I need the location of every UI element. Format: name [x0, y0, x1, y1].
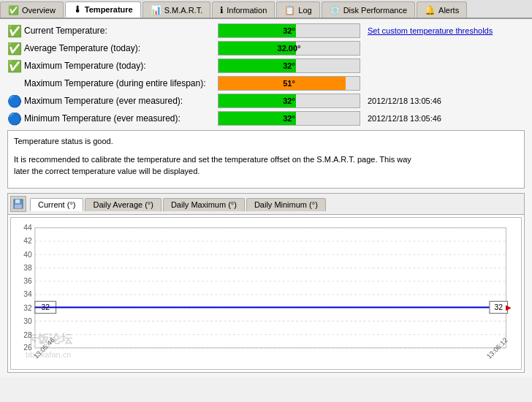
svg-text:13:05:46: 13:05:46 — [32, 336, 56, 360]
chart-tab-daily-maximum[interactable]: Daily Maximum (°) — [163, 198, 245, 211]
status-icon-current: ✅ — [7, 24, 20, 37]
chart-tab-daily-minimum[interactable]: Daily Minimum (°) — [246, 198, 326, 211]
value-max-lifespan: 51° — [283, 79, 295, 88]
svg-text:26: 26 — [23, 344, 32, 352]
bar-max-lifespan: 51° — [218, 76, 360, 91]
svg-text:42: 42 — [23, 237, 32, 245]
tab-log[interactable]: 📋 Log — [276, 1, 319, 18]
alerts-icon: 🔔 — [425, 5, 436, 15]
value-max-today: 32° — [283, 61, 295, 70]
temp-row-current: ✅ Current Temperature: 32° Set custom te… — [7, 23, 525, 38]
label-max-ever: Maximum Temperature (ever measured): — [24, 96, 218, 106]
bar-current: 32° — [218, 23, 360, 38]
value-min-ever: 32° — [283, 114, 295, 123]
svg-text:38: 38 — [23, 264, 32, 272]
timestamp-max-ever: 2012/12/18 13:05:46 — [368, 96, 441, 105]
value-current: 32° — [283, 26, 295, 35]
status-icon-average: ✅ — [7, 42, 20, 55]
label-average: Average Temperature (today): — [24, 43, 218, 53]
chart-area: .grid-line { stroke: #e0e0e0; stroke-wid… — [8, 215, 524, 372]
svg-text:40: 40 — [23, 251, 32, 259]
bar-max-today: 32° — [218, 58, 360, 73]
main-content: ✅ Current Temperature: 32° Set custom te… — [0, 19, 532, 377]
bar-max-ever: 32° — [218, 94, 360, 108]
svg-text:32: 32 — [495, 303, 503, 311]
disk-icon: 💿 — [330, 5, 341, 15]
svg-text:▶: ▶ — [506, 303, 512, 311]
status-icon-max-ever: 🔵 — [7, 94, 20, 107]
svg-rect-2 — [15, 205, 22, 208]
log-icon: 📋 — [284, 5, 295, 15]
value-average: 32.00° — [278, 44, 301, 53]
svg-rect-23 — [35, 228, 506, 348]
status-icon-min-ever: 🔵 — [7, 112, 20, 125]
temperature-icon: 🌡 — [73, 4, 82, 15]
tab-disk-performance[interactable]: 💿 Disk Performance — [322, 1, 415, 18]
bar-min-ever: 32° — [218, 111, 360, 126]
tab-bar: ✅ Overview 🌡 Temperature 📊 S.M.A.R.T. ℹ … — [0, 0, 532, 19]
smart-icon: 📊 — [151, 5, 162, 15]
svg-text:44: 44 — [23, 224, 32, 232]
tab-overview[interactable]: ✅ Overview — [0, 1, 64, 18]
status-icon-max-today: ✅ — [7, 59, 20, 72]
label-max-lifespan: Maximum Temperature (during entire lifes… — [24, 78, 218, 88]
temp-row-max-ever: 🔵 Maximum Temperature (ever measured): 3… — [7, 94, 525, 108]
label-min-ever: Minimum Temperature (ever measured): — [24, 113, 218, 124]
temp-row-min-ever: 🔵 Minimum Temperature (ever measured): 3… — [7, 111, 525, 126]
chart-svg: .grid-line { stroke: #e0e0e0; stroke-wid… — [11, 218, 521, 369]
temp-row-max-today: ✅ Maximum Temperature (today): 32° — [7, 58, 525, 73]
svg-text:30: 30 — [23, 317, 32, 325]
tab-temperature[interactable]: 🌡 Temperature — [65, 1, 141, 18]
status-icon-lifespan — [7, 77, 20, 90]
svg-text:36: 36 — [23, 277, 32, 285]
info-icon: ℹ — [220, 5, 224, 15]
temp-row-average: ✅ Average Temperature (today): 32.00° — [7, 41, 525, 56]
bar-average: 32.00° — [218, 41, 360, 56]
tab-information[interactable]: ℹ Information — [212, 1, 275, 18]
value-max-ever: 32° — [283, 96, 295, 105]
svg-text:34: 34 — [23, 290, 32, 298]
svg-rect-1 — [15, 200, 20, 203]
chart-inner: .grid-line { stroke: #e0e0e0; stroke-wid… — [10, 217, 522, 370]
label-max-today: Maximum Temperature (today): — [24, 61, 218, 71]
info-line1: Temperature status is good. — [14, 135, 518, 148]
info-line3: It is recommended to calibrate the tempe… — [14, 153, 518, 166]
tab-smart[interactable]: 📊 S.M.A.R.T. — [142, 1, 211, 18]
tab-alerts[interactable]: 🔔 Alerts — [417, 1, 467, 18]
info-box[interactable]: Temperature status is good. It is recomm… — [7, 130, 525, 189]
chart-tabs: Current (°) Daily Average (°) Daily Maxi… — [28, 197, 524, 211]
timestamp-min-ever: 2012/12/18 13:05:46 — [368, 114, 441, 123]
label-current: Current Temperature: — [24, 26, 218, 36]
chart-tab-current[interactable]: Current (°) — [30, 198, 83, 211]
overview-icon: ✅ — [8, 5, 19, 15]
svg-text:32: 32 — [23, 304, 32, 312]
chart-tab-daily-average[interactable]: Daily Average (°) — [85, 198, 161, 211]
svg-text:28: 28 — [23, 331, 32, 339]
chart-section: Current (°) Daily Average (°) Daily Maxi… — [7, 193, 525, 373]
info-line4: later the correct temperature value will… — [14, 165, 518, 178]
save-icon — [13, 199, 23, 209]
set-custom-link[interactable]: Set custom temperature thresholds — [368, 26, 493, 35]
save-button[interactable] — [10, 196, 26, 212]
svg-text:13:06:12: 13:06:12 — [485, 336, 509, 360]
temp-row-max-lifespan: Maximum Temperature (during entire lifes… — [7, 76, 525, 91]
